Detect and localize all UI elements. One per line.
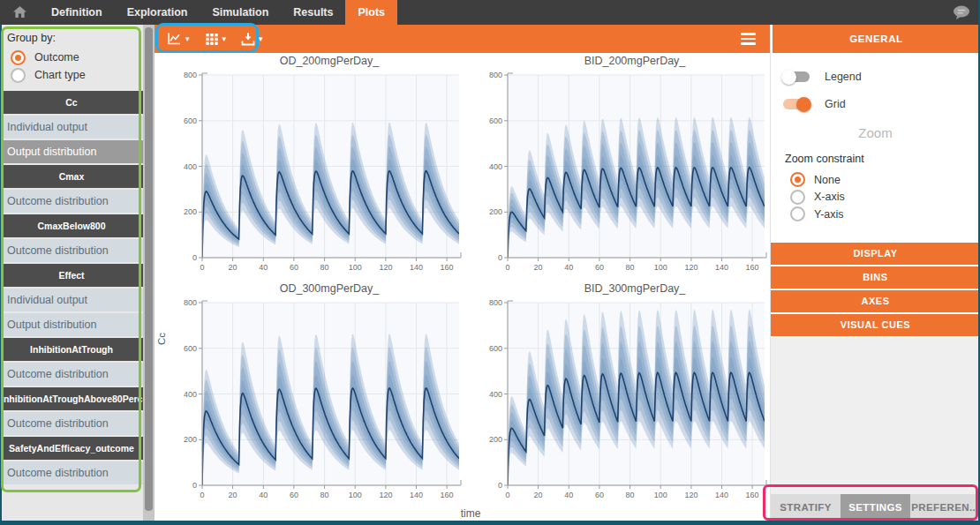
sidebar-item[interactable]: Individual output	[0, 289, 143, 311]
feedback-button[interactable]	[943, 0, 980, 25]
svg-text:200: 200	[489, 207, 502, 216]
plot-list-sidebar: Group by: Outcome Chart type CcIndividua…	[0, 25, 143, 521]
toolbar-button-group: ▾ ▾	[167, 32, 263, 46]
group-by-option-label: Outcome	[34, 51, 79, 64]
radio-selected-icon	[790, 172, 805, 187]
svg-text:0: 0	[505, 491, 509, 499]
zoom-constraint-option-label: X-axis	[814, 191, 845, 203]
svg-text:0: 0	[498, 253, 502, 262]
svg-text:400: 400	[184, 162, 197, 171]
group-by-option-outcome[interactable]: Outcome	[11, 49, 136, 66]
plot-cell: BID_300mgPerDay_ 02040608010012014016002…	[471, 281, 776, 508]
svg-text:120: 120	[684, 491, 697, 499]
zoom-section-heading: Zoom	[783, 125, 968, 140]
svg-text:60: 60	[290, 491, 298, 499]
download-icon	[241, 32, 255, 46]
grid-toggle-label: Grid	[825, 98, 846, 110]
hamburger-menu-icon[interactable]	[737, 29, 759, 49]
grid-toggle[interactable]	[783, 99, 810, 109]
svg-text:20: 20	[534, 491, 543, 499]
svg-text:600: 600	[184, 344, 197, 353]
svg-text:800: 800	[184, 71, 197, 79]
main-content: ▾ ▾	[155, 25, 770, 521]
svg-text:120: 120	[379, 491, 392, 499]
line-chart-icon	[167, 32, 182, 46]
svg-text:20: 20	[229, 491, 237, 499]
panel-filler	[771, 338, 980, 495]
sidebar-section-header[interactable]: Cmax	[0, 165, 143, 188]
tab-stratify[interactable]: STRATIFY	[771, 494, 841, 521]
svg-text:0: 0	[200, 491, 204, 499]
panel-section-buttons: DISPLAY BINS AXES VISUAL CUES	[771, 243, 980, 338]
layout-grid-button[interactable]: ▾	[205, 32, 227, 46]
zoom-constraint-option-x-axis[interactable]: X-axis	[790, 189, 968, 206]
tab-plots[interactable]: Plots	[345, 0, 397, 25]
legend-toggle[interactable]	[783, 71, 810, 82]
axes-section-button[interactable]: AXES	[771, 290, 980, 314]
visual-cues-section-button[interactable]: VISUAL CUES	[771, 314, 980, 338]
sidebar-item[interactable]: Outcome distribution	[0, 239, 143, 262]
group-by-option-chart-type[interactable]: Chart type	[11, 66, 136, 84]
plot-title: BID_200mgPerDay_	[471, 53, 776, 70]
sidebar-section-header[interactable]: SafetyAndEfficacy_outcome	[0, 437, 143, 460]
chevron-down-icon: ▾	[185, 35, 190, 43]
svg-text:80: 80	[320, 491, 329, 499]
display-section-button[interactable]: DISPLAY	[771, 243, 980, 266]
legend-toggle-label: Legend	[825, 71, 862, 83]
svg-text:120: 120	[684, 263, 697, 272]
sidebar-item[interactable]: Outcome distribution	[0, 412, 143, 435]
sidebar-section-header[interactable]: Effect	[0, 264, 143, 287]
plots-toolbar: ▾ ▾	[155, 25, 770, 53]
svg-text:40: 40	[259, 491, 268, 499]
general-section-body: Legend Grid Zoom Zoom constraint None X-…	[771, 53, 980, 229]
sidebar-section-header[interactable]: InhibitionAtTroughAbove80Percent	[0, 387, 143, 410]
tab-preferences[interactable]: PREFEREN...	[910, 494, 980, 521]
plot-od-200[interactable]: 0204060801001201401600200400600800	[171, 70, 464, 280]
scrollbar-thumb[interactable]	[145, 27, 153, 511]
chart-type-button[interactable]: ▾	[167, 32, 190, 46]
sidebar-item[interactable]: Output distribution	[0, 140, 143, 163]
zoom-constraint-option-y-axis[interactable]: Y-axis	[790, 206, 968, 223]
svg-text:160: 160	[746, 263, 759, 272]
sidebar-item[interactable]: Output distribution	[0, 313, 143, 336]
radio-unselected-icon	[790, 190, 805, 205]
sidebar-section-header[interactable]: CmaxBelow800	[0, 214, 143, 237]
tab-settings[interactable]: SETTINGS	[841, 494, 910, 521]
home-button[interactable]	[0, 0, 39, 25]
plot-title: OD_300mgPerDay_	[165, 281, 471, 297]
sidebar-plot-list: CcIndividual outputOutput distributionCm…	[0, 91, 143, 484]
tab-definition[interactable]: Definition	[39, 0, 115, 25]
svg-text:160: 160	[441, 491, 454, 499]
home-icon	[13, 6, 26, 19]
zoom-constraint-option-none[interactable]: None	[790, 171, 968, 189]
export-button[interactable]: ▾	[241, 32, 263, 46]
sidebar-scrollbar[interactable]	[143, 25, 155, 521]
sidebar-item[interactable]: Outcome distribution	[0, 461, 143, 484]
plot-bid-300[interactable]: 0204060801001201401600200400600800	[477, 297, 770, 507]
sidebar-item[interactable]: Individual output	[0, 116, 143, 139]
svg-text:400: 400	[489, 162, 502, 171]
svg-text:100: 100	[349, 263, 362, 272]
plot-od-300[interactable]: 0204060801001201401600200400600800	[171, 297, 464, 507]
svg-text:800: 800	[184, 298, 197, 307]
sidebar-section-header[interactable]: InhibitionAtTrough	[0, 338, 143, 361]
general-section-header[interactable]: GENERAL	[771, 25, 980, 53]
grid-toggle-row[interactable]: Grid	[783, 98, 968, 110]
sidebar-item[interactable]: Outcome distribution	[0, 190, 143, 213]
legend-toggle-row[interactable]: Legend	[783, 71, 968, 83]
tab-results[interactable]: Results	[281, 0, 345, 25]
bins-section-button[interactable]: BINS	[771, 266, 980, 290]
svg-text:140: 140	[410, 491, 423, 499]
sidebar-item[interactable]: Outcome distribution	[0, 363, 143, 386]
svg-text:0: 0	[505, 263, 509, 272]
svg-text:80: 80	[626, 263, 635, 272]
svg-text:40: 40	[564, 263, 573, 272]
sidebar-section-header[interactable]: Cc	[0, 91, 143, 114]
group-by-option-label: Chart type	[34, 69, 86, 81]
svg-text:400: 400	[489, 390, 502, 399]
tab-simulation[interactable]: Simulation	[200, 0, 281, 25]
tab-exploration[interactable]: Exploration	[115, 0, 200, 25]
plot-grid: OD_200mgPerDay_ 020406080100120140160020…	[165, 53, 776, 508]
svg-text:200: 200	[184, 207, 197, 216]
plot-bid-200[interactable]: 0204060801001201401600200400600800	[477, 70, 770, 280]
